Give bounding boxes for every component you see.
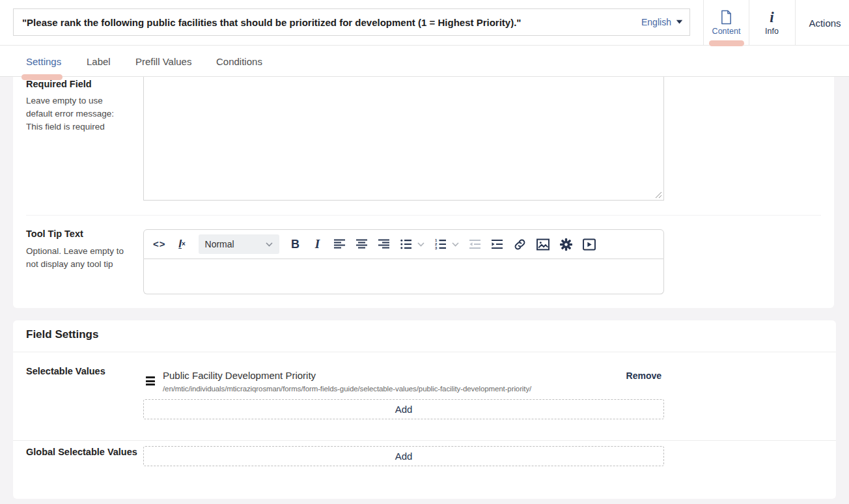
bullet-list-icon[interactable] (400, 236, 412, 253)
clear-formatting-sub: × (182, 238, 186, 250)
paragraph-style-value: Normal (205, 239, 234, 249)
page-header: English Content i Info Actions (0, 0, 849, 46)
tooltip-editor-area[interactable] (143, 259, 664, 294)
tooltip-rich-text-editor: <> I× Normal B I (143, 229, 664, 294)
selectable-value-title: Public Facility Development Priority (163, 370, 316, 381)
ordered-list-options-chevron[interactable] (452, 242, 459, 247)
divider (26, 215, 821, 216)
global-selectable-values-label: Global Selectable Values (26, 447, 137, 457)
settings-panel: Required Field Leave empty to use defaul… (13, 77, 834, 308)
question-title-input[interactable] (13, 8, 690, 36)
rte-toolbar: <> I× Normal B I (143, 229, 664, 259)
settings-tabbar: Settings Label Prefill Values Conditions (0, 46, 849, 77)
required-field-label: Required Field (26, 79, 92, 89)
remove-button[interactable]: Remove (616, 371, 661, 381)
chevron-down-icon (676, 20, 683, 25)
link-icon[interactable] (514, 236, 526, 253)
svg-text:3: 3 (435, 246, 438, 250)
divider (13, 352, 836, 352)
align-right-icon[interactable] (378, 236, 390, 253)
main-content: Required Field Leave empty to use defaul… (0, 77, 849, 504)
chevron-down-icon (266, 242, 273, 247)
outdent-icon[interactable] (469, 236, 481, 253)
tab-content[interactable]: Content (704, 0, 749, 46)
divider (13, 440, 836, 441)
indent-icon[interactable] (492, 236, 503, 253)
selectable-values-label: Selectable Values (26, 366, 105, 376)
image-icon[interactable] (536, 236, 550, 253)
active-subtab-underline (21, 74, 63, 80)
tab-info-label: Info (765, 27, 779, 36)
ordered-list-icon[interactable]: 123 (435, 236, 447, 253)
selectable-value-path: /en/mtic/individuals/mticraziqrosman/for… (163, 385, 531, 393)
language-label: English (641, 17, 671, 27)
add-selectable-value-button[interactable]: Add (143, 399, 664, 419)
italic-icon[interactable]: I (312, 236, 324, 253)
active-tab-underline (709, 40, 744, 46)
code-view-icon[interactable]: <> (153, 236, 166, 253)
tab-info[interactable]: i Info (749, 0, 794, 46)
clear-formatting-icon[interactable]: I× (176, 236, 188, 253)
paragraph-style-select[interactable]: Normal (199, 234, 279, 254)
align-center-icon[interactable] (356, 236, 368, 253)
required-field-help: Leave empty to use default error message… (26, 94, 132, 133)
add-global-selectable-value-button[interactable]: Add (143, 446, 664, 466)
tab-conditions[interactable]: Conditions (216, 46, 262, 77)
document-icon (720, 10, 732, 25)
required-field-textarea[interactable] (143, 77, 664, 201)
tab-label[interactable]: Label (87, 46, 111, 77)
field-settings-panel: Field Settings Selectable Values Public … (13, 320, 836, 499)
tab-content-label: Content (712, 27, 741, 36)
info-icon: i (770, 10, 773, 25)
language-selector[interactable]: English (641, 8, 683, 36)
video-embed-icon[interactable] (583, 236, 596, 253)
actions-button[interactable]: Actions (796, 0, 849, 46)
bold-icon[interactable]: B (290, 236, 301, 253)
tab-prefill-values[interactable]: Prefill Values (135, 46, 191, 77)
align-left-icon[interactable] (334, 236, 346, 253)
drag-handle-icon[interactable] (146, 376, 155, 385)
gear-icon[interactable] (560, 236, 572, 253)
bullet-list-options-chevron[interactable] (417, 242, 424, 247)
tool-tip-label: Tool Tip Text (26, 229, 83, 239)
tool-tip-help: Optional. Leave empty to not display any… (26, 245, 132, 271)
tab-settings[interactable]: Settings (26, 46, 61, 77)
field-settings-heading: Field Settings (26, 328, 98, 341)
